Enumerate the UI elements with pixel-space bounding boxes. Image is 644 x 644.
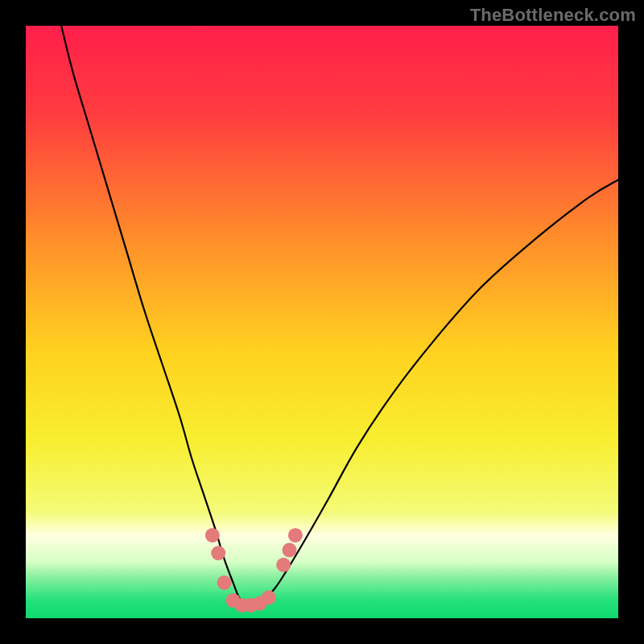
outer-frame: TheBottleneck.com [0, 0, 644, 644]
chart-svg [26, 26, 618, 618]
highlight-dot [276, 558, 291, 572]
highlight-dot [283, 543, 297, 557]
highlight-dot [288, 528, 303, 543]
highlight-dot [262, 590, 276, 605]
gradient-background [26, 26, 618, 618]
highlight-dot [211, 546, 225, 560]
watermark-text: TheBottleneck.com [470, 5, 636, 26]
highlight-dot [205, 528, 220, 543]
highlight-dot [217, 576, 232, 590]
plot-area [26, 26, 618, 618]
